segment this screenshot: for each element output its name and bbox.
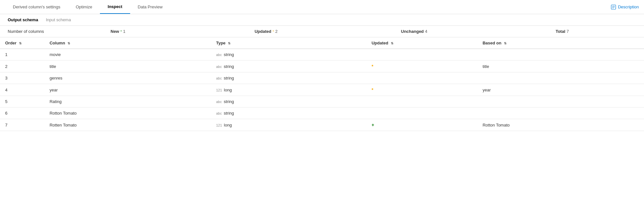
cell-updated-2: [366, 72, 478, 84]
tab-optimize[interactable]: Optimize: [68, 0, 100, 14]
cell-column-2: genres: [44, 72, 211, 84]
cell-type-1: abcstring: [211, 61, 366, 72]
sub-tab-bar: Output schema Input schema: [0, 14, 644, 26]
cell-column-1: title: [44, 61, 211, 72]
cell-order-0: 1: [0, 49, 44, 61]
cell-updated-4: [366, 96, 478, 108]
col-header-order[interactable]: Order ⇅: [0, 37, 44, 49]
tab-derived-settings[interactable]: Derived column's settings: [5, 0, 68, 14]
updated-label: Updated: [255, 29, 271, 34]
schema-table: Order ⇅ Column ⇅ Type ⇅ Updated ⇅ Based …: [0, 37, 644, 131]
cell-column-6: Rotten Tomato: [44, 119, 211, 131]
unchanged-label: Unchanged: [401, 29, 424, 34]
cell-column-4: Rating: [44, 96, 211, 108]
table-row: 5 Rating abcstring: [0, 96, 644, 108]
table-row: 2 title abcstring * title: [0, 61, 644, 72]
cell-order-1: 2: [0, 61, 44, 72]
description-icon: [611, 5, 616, 10]
cell-based-on-3: year: [478, 84, 644, 96]
type-sort-icon: ⇅: [228, 42, 230, 45]
updated-sort-icon: ⇅: [391, 42, 393, 45]
tab-inspect[interactable]: Inspect: [100, 0, 130, 14]
cell-order-5: 6: [0, 108, 44, 119]
order-sort-icon: ⇅: [19, 42, 22, 45]
updated-star-1: *: [371, 64, 373, 69]
cell-order-6: 7: [0, 119, 44, 131]
total-label: Total: [556, 29, 565, 34]
updated-star-6: +: [371, 122, 374, 127]
cell-order-2: 3: [0, 72, 44, 84]
unchanged-count: 4: [425, 29, 427, 34]
cell-column-0: movie: [44, 49, 211, 61]
cell-updated-1: *: [366, 61, 478, 72]
tab-data-preview[interactable]: Data Preview: [130, 0, 170, 14]
cell-order-4: 5: [0, 96, 44, 108]
cell-based-on-5: [478, 108, 644, 119]
table-row: 7 Rotten Tomato 121long + Rotton Tomato: [0, 119, 644, 131]
cell-type-5: abcstring: [211, 108, 366, 119]
updated-star-3: *: [371, 87, 373, 92]
cell-updated-6: +: [366, 119, 478, 131]
table-row: 3 genres abcstring: [0, 72, 644, 84]
cell-type-6: 121long: [211, 119, 366, 131]
description-label: Description: [618, 5, 639, 9]
col-header-type[interactable]: Type ⇅: [211, 37, 366, 49]
based-on-sort-icon: ⇅: [504, 42, 506, 45]
sub-tab-input-schema[interactable]: Input schema: [43, 16, 74, 23]
table-header-row: Order ⇅ Column ⇅ Type ⇅ Updated ⇅ Based …: [0, 37, 644, 49]
cell-column-3: year: [44, 84, 211, 96]
cell-updated-0: [366, 49, 478, 61]
table-container: Order ⇅ Column ⇅ Type ⇅ Updated ⇅ Based …: [0, 37, 644, 131]
cell-type-0: abcstring: [211, 49, 366, 61]
new-asterisk: *: [121, 30, 122, 33]
sub-tab-output-schema[interactable]: Output schema: [5, 16, 41, 23]
type-prefix-6: 121: [216, 123, 222, 127]
description-button[interactable]: Description: [611, 5, 639, 10]
type-prefix-1: abc: [216, 65, 222, 69]
type-prefix-5: abc: [216, 111, 222, 115]
summary-updated: Updated* 2: [192, 29, 340, 34]
updated-asterisk: *: [273, 30, 274, 33]
col-header-based-on[interactable]: Based on ⇅: [478, 37, 644, 49]
type-prefix-3: 121: [216, 88, 222, 92]
cell-based-on-6: Rotton Tomato: [478, 119, 644, 131]
total-count: 7: [567, 29, 569, 34]
table-row: 6 Rotton Tomato abcstring: [0, 108, 644, 119]
type-prefix-4: abc: [216, 100, 222, 104]
cell-type-3: 121long: [211, 84, 366, 96]
summary-total: Total 7: [488, 29, 636, 34]
updated-count: 2: [275, 29, 277, 34]
summary-bar: Number of columns New* 1 Updated* 2 Unch…: [0, 26, 644, 37]
type-prefix-0: abc: [216, 53, 222, 57]
table-row: 4 year 121long * year: [0, 84, 644, 96]
cell-updated-5: [366, 108, 478, 119]
summary-new: New* 1: [44, 29, 192, 34]
cell-column-5: Rotton Tomato: [44, 108, 211, 119]
new-label: New: [111, 29, 119, 34]
cell-updated-3: *: [366, 84, 478, 96]
summary-unchanged: Unchanged 4: [340, 29, 488, 34]
cell-based-on-4: [478, 96, 644, 108]
table-row: 1 movie abcstring: [0, 49, 644, 61]
number-of-columns-label: Number of columns: [8, 29, 44, 34]
cell-based-on-2: [478, 72, 644, 84]
new-count: 1: [123, 29, 125, 34]
top-tab-bar: Derived column's settings Optimize Inspe…: [0, 0, 644, 14]
cell-order-3: 4: [0, 84, 44, 96]
column-sort-icon: ⇅: [67, 42, 70, 45]
cell-based-on-1: title: [478, 61, 644, 72]
col-header-column[interactable]: Column ⇅: [44, 37, 211, 49]
col-header-updated[interactable]: Updated ⇅: [366, 37, 478, 49]
cell-type-2: abcstring: [211, 72, 366, 84]
cell-type-4: abcstring: [211, 96, 366, 108]
type-prefix-2: abc: [216, 76, 222, 80]
cell-based-on-0: [478, 49, 644, 61]
